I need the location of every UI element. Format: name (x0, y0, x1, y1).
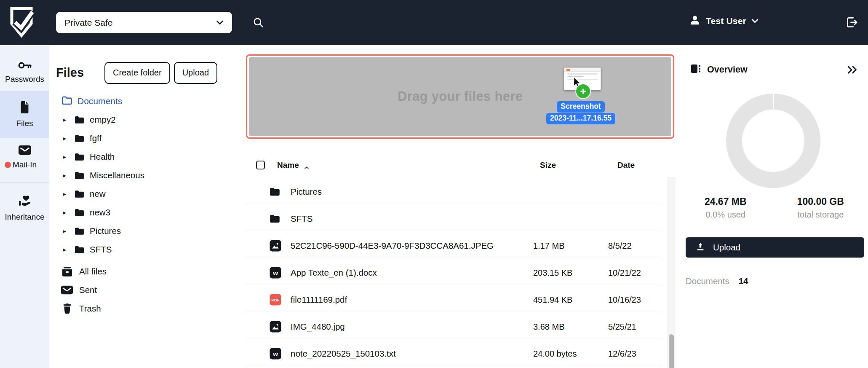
file-list-area: Drag your files here + Screenshot 2023-1… (245, 45, 678, 368)
caret-right-icon[interactable]: ▸ (63, 172, 69, 178)
archive-icon (61, 267, 73, 277)
tree-item-all-files[interactable]: All files (49, 262, 245, 281)
panel-upload-label: Upload (713, 242, 740, 252)
sidebar-item-passwords[interactable]: Passwords (0, 54, 49, 91)
select-all-checkbox[interactable] (256, 161, 265, 169)
files-panel-title: Files (56, 66, 104, 80)
folder-icon (74, 171, 85, 180)
file-size: 451.94 KB (533, 295, 572, 304)
tree-item-label: Miscellaneous (90, 170, 144, 180)
user-menu[interactable]: Test User (689, 14, 758, 28)
pdf-file-icon: PDF (269, 293, 282, 306)
top-bar: Private Safe Test User (0, 0, 868, 45)
file-date: 10/16/23 (608, 295, 641, 304)
folder-icon (74, 208, 85, 217)
caret-right-icon[interactable]: ▸ (63, 191, 69, 197)
donut-usage-notch (773, 94, 774, 110)
file-dropzone[interactable]: Drag your files here + Screenshot 2023-1… (246, 54, 674, 139)
file-size: 203.15 KB (533, 268, 572, 277)
folder-open-icon (61, 96, 72, 107)
file-date: 12/6/23 (608, 349, 636, 358)
sidebar-item-mail-in[interactable]: Mail-In (0, 138, 49, 177)
dropzone-surface: Drag your files here + Screenshot 2023-1… (249, 57, 671, 136)
sidebar-item-inheritance[interactable]: Inheritance (0, 188, 49, 229)
sidebar-item-label-row: Passwords (0, 75, 49, 84)
table-row[interactable]: 52C21C96-590D-44E3-9A70-9F3D3CCA8A61.JPE… (245, 232, 661, 259)
folder-icon (74, 116, 85, 124)
file-date: 5/25/21 (608, 322, 636, 331)
tree-item-sent[interactable]: Sent (49, 281, 245, 299)
tree-item-health[interactable]: ▸Health (49, 148, 245, 166)
app-logo-shield-icon (9, 6, 34, 40)
storage-total-value: 100.00 GB (773, 196, 868, 207)
caret-right-icon[interactable]: ▸ (63, 117, 69, 123)
overview-panel: Overview 24.67 MB 0.0% used 100.00 GB to… (678, 45, 868, 368)
documents-count-label: Documents (686, 276, 729, 286)
tree-item-documents[interactable]: Documents (49, 92, 245, 110)
file-size: 24.00 bytes (533, 349, 577, 358)
tree-item-label: SFTS (90, 244, 112, 255)
folder-file-icon (269, 214, 280, 223)
tree-item-empy2[interactable]: ▸empy2 (49, 110, 245, 129)
caret-right-icon[interactable]: ▸ (63, 228, 69, 234)
table-row[interactable]: Pictures (245, 178, 661, 205)
drag-copy-plus-badge-icon: + (576, 84, 590, 98)
dragged-file-name-line2: 2023-11...17.16.55 (546, 113, 615, 124)
table-row[interactable]: IMG_4480.jpg3.68 MB5/25/21 (245, 313, 661, 340)
safe-selector-dropdown[interactable]: Private Safe (56, 12, 232, 33)
sidebar-item-label: Files (16, 119, 33, 128)
search-icon[interactable] (253, 17, 264, 30)
tree-item-new[interactable]: ▸new (49, 185, 245, 203)
caret-right-icon[interactable]: ▸ (63, 210, 69, 215)
tree-item-label: All files (79, 266, 107, 277)
sidebar-item-label-row: Mail-In (0, 160, 49, 169)
column-header-name[interactable]: Name (277, 161, 299, 170)
tree-item-miscellaneous[interactable]: ▸Miscellaneous (49, 166, 245, 185)
user-name: Test User (706, 16, 746, 26)
svg-text:w: w (272, 269, 278, 276)
file-name: 52C21C96-590D-44E3-9A70-9F3D3CCA8A61.JPE… (291, 241, 494, 251)
chevron-down-icon (216, 19, 224, 27)
logout-icon[interactable] (844, 16, 858, 31)
column-header-date[interactable]: Date (617, 161, 635, 170)
caret-right-icon[interactable]: ▸ (63, 135, 69, 141)
word-file-icon: w (269, 347, 282, 360)
tree-item-fgff[interactable]: ▸fgff (49, 129, 245, 148)
caret-right-icon[interactable]: ▸ (63, 154, 69, 160)
sidebar-divider (0, 182, 49, 183)
table-row[interactable]: wnote_20220525_150103.txt24.00 bytes12/6… (245, 340, 661, 367)
table-row[interactable]: SFTS (245, 205, 661, 232)
upload-button[interactable]: Upload (174, 62, 217, 84)
dropzone-placeholder: Drag your files here (398, 89, 523, 104)
sidebar-item-label: Inheritance (5, 212, 44, 221)
tree-item-trash[interactable]: Trash (49, 299, 245, 318)
caret-right-icon[interactable]: ▸ (63, 247, 69, 252)
hand-heart-icon (19, 195, 31, 209)
collapse-panel-icon[interactable] (847, 66, 858, 74)
storage-donut-chart (726, 94, 820, 188)
sidebar-item-label: Passwords (5, 75, 44, 83)
key-icon (18, 62, 32, 71)
table-scrollbar-thumb[interactable] (669, 334, 674, 368)
column-header-size[interactable]: Size (540, 161, 556, 170)
tree-item-pictures[interactable]: ▸Pictures (49, 222, 245, 240)
folder-tree: Documents ▸empy2▸fgff▸Health▸Miscellaneo… (49, 92, 245, 318)
mail-icon (61, 285, 73, 295)
table-row[interactable]: PDFfile1111169.pdf451.94 KB10/16/23 (245, 286, 661, 313)
table-row[interactable]: wApp Texte_en (1).docx203.15 KB10/21/22 (245, 259, 661, 286)
file-name: Pictures (291, 187, 322, 197)
trash-icon (61, 303, 73, 314)
storage-used-label: 0.0% used (678, 210, 773, 220)
tree-item-label: new3 (90, 207, 110, 218)
svg-text:w: w (272, 350, 278, 357)
tree-item-sfts[interactable]: ▸SFTS (49, 240, 245, 259)
upload-icon (696, 242, 705, 253)
create-folder-button[interactable]: Create folder (104, 62, 170, 84)
sidebar-item-files[interactable]: Files (0, 91, 49, 138)
tree-item-label: Sent (79, 285, 97, 295)
table-scrollbar-track[interactable] (667, 177, 676, 368)
tree-item-new3[interactable]: ▸new3 (49, 203, 245, 222)
file-name: note_20220525_150103.txt (291, 349, 396, 359)
folder-tree-panel: Files Create folder Upload Documents ▸em… (49, 45, 245, 368)
panel-upload-button[interactable]: Upload (686, 237, 864, 258)
